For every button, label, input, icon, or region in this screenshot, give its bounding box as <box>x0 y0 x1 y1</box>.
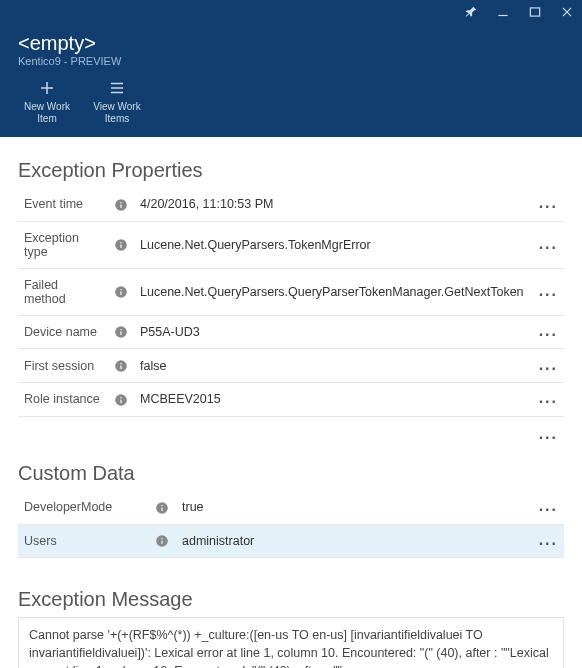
info-icon[interactable] <box>107 188 134 221</box>
property-label: Event time <box>18 188 107 221</box>
property-value: false <box>134 349 530 383</box>
row-more-actions[interactable]: ... <box>539 536 558 544</box>
property-label: First session <box>18 349 107 383</box>
table-row[interactable]: DeveloperModetrue... <box>18 491 564 524</box>
toolbar-label: New Work Item <box>18 101 76 125</box>
info-icon[interactable] <box>107 383 134 417</box>
property-value: Lucene.Net.QueryParsers.TokenMgrError <box>134 221 530 268</box>
property-label: DeveloperMode <box>18 491 148 524</box>
info-icon[interactable] <box>107 268 134 315</box>
property-label: Failed method <box>18 268 107 315</box>
table-row[interactable]: Device nameP55A-UD3... <box>18 315 564 349</box>
table-row[interactable]: Role instanceMCBEEV2015... <box>18 383 564 417</box>
property-value: administrator <box>176 524 524 558</box>
exception-properties-table: Event time4/20/2016, 11:10:53 PM...Excep… <box>18 188 564 417</box>
header: <empty> Kentico9 - PREVIEW New Work Item… <box>0 24 582 137</box>
property-label: Role instance <box>18 383 107 417</box>
page-subtitle: Kentico9 - PREVIEW <box>18 55 564 67</box>
minimize-icon[interactable] <box>496 5 510 19</box>
property-value: 4/20/2016, 11:10:53 PM <box>134 188 530 221</box>
section-title-custom-data: Custom Data <box>18 462 564 485</box>
custom-data-table: DeveloperModetrue...Usersadministrator..… <box>18 491 564 558</box>
toolbar-label: View Work Items <box>88 101 146 125</box>
property-value: P55A-UD3 <box>134 315 530 349</box>
table-row[interactable]: Event time4/20/2016, 11:10:53 PM... <box>18 188 564 221</box>
svg-rect-1 <box>530 8 539 16</box>
info-icon[interactable] <box>107 221 134 268</box>
section-title-exception-properties: Exception Properties <box>18 159 564 182</box>
new-work-item-button[interactable]: New Work Item <box>18 79 76 125</box>
row-more-actions[interactable]: ... <box>539 327 558 335</box>
info-icon[interactable] <box>107 349 134 383</box>
info-icon[interactable] <box>148 491 176 524</box>
plus-icon <box>38 79 56 97</box>
property-value: MCBEEV2015 <box>134 383 530 417</box>
svg-rect-0 <box>498 15 507 16</box>
window-titlebar <box>0 0 582 24</box>
row-more-actions[interactable]: ... <box>539 240 558 248</box>
row-more-actions[interactable]: ... <box>539 287 558 295</box>
table-row[interactable]: Usersadministrator... <box>18 524 564 558</box>
view-work-items-button[interactable]: View Work Items <box>88 79 146 125</box>
property-label: Device name <box>18 315 107 349</box>
row-more-actions[interactable]: ... <box>539 394 558 402</box>
list-icon <box>108 79 126 97</box>
info-icon[interactable] <box>148 524 176 558</box>
property-label: Exception type <box>18 221 107 268</box>
property-value: true <box>176 491 524 524</box>
maximize-icon[interactable] <box>528 5 542 19</box>
table-row[interactable]: Exception typeLucene.Net.QueryParsers.To… <box>18 221 564 268</box>
row-more-actions[interactable]: ... <box>539 199 558 207</box>
row-more-actions[interactable]: ... <box>539 361 558 369</box>
pin-icon[interactable] <box>464 5 478 19</box>
row-more-actions[interactable]: ... <box>539 502 558 510</box>
section-more-actions[interactable]: ... <box>539 430 558 438</box>
table-row[interactable]: First sessionfalse... <box>18 349 564 383</box>
info-icon[interactable] <box>107 315 134 349</box>
table-row[interactable]: Failed methodLucene.Net.QueryParsers.Que… <box>18 268 564 315</box>
section-title-exception-message: Exception Message <box>18 588 564 611</box>
page-title: <empty> <box>18 32 564 55</box>
property-value: Lucene.Net.QueryParsers.QueryParserToken… <box>134 268 530 315</box>
exception-message-body: Cannot parse '+(+(RF$%^(*)) +_culture:([… <box>18 617 564 668</box>
property-label: Users <box>18 524 148 558</box>
close-icon[interactable] <box>560 5 574 19</box>
toolbar: New Work Item View Work Items <box>18 79 564 125</box>
